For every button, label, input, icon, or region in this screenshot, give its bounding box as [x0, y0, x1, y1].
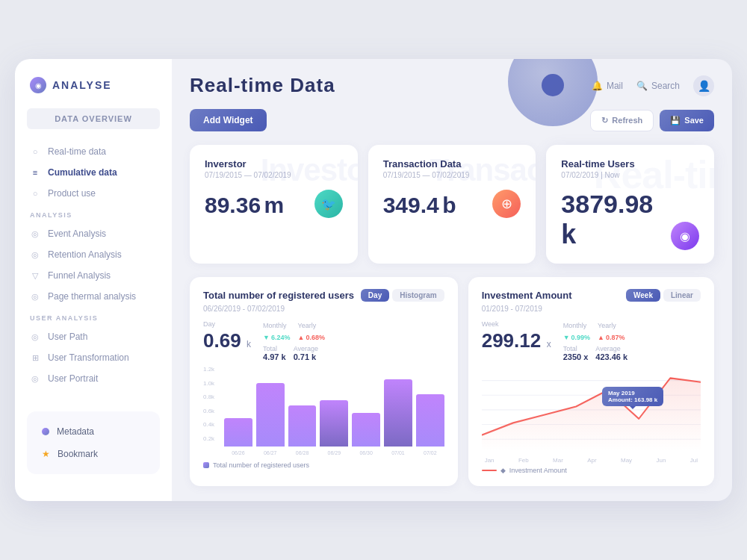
save-icon: 💾: [670, 116, 681, 125]
page-title: Real-time Data: [190, 74, 335, 97]
sidebar-item-realtime[interactable]: ○ Real-time data: [15, 141, 172, 162]
line-chart-svg: [482, 366, 701, 455]
chart-right-stat-yearly: Yearly ▲ 0.87%: [598, 322, 624, 343]
sidebar-item-label: Product use: [48, 188, 96, 199]
refresh-label: Refresh: [612, 116, 642, 125]
search-icon: 🔍: [636, 81, 648, 91]
chart-left-stat-avg: Average 0.71 k: [294, 345, 318, 361]
realtime-date: 07/02/2019 | Now: [561, 171, 699, 179]
metadata-dot: [42, 428, 49, 435]
bar-label: 07/01: [391, 450, 405, 455]
search-action[interactable]: 🔍 Search: [636, 81, 680, 91]
legend-label: Total number of registered users: [213, 461, 309, 469]
bookmark-item[interactable]: ★ Bookmark: [39, 443, 148, 465]
realtime-unit: k: [561, 219, 576, 249]
sidebar-item-funnel[interactable]: ▽ Funnel Analysis: [15, 265, 172, 286]
bar-rect: [352, 413, 380, 447]
sidebar-item-userportrait[interactable]: ◎ User Portrait: [15, 368, 172, 389]
chart-right-tab-week[interactable]: Week: [626, 289, 660, 302]
realtime-value-group: 3879.98 k: [561, 190, 671, 250]
mail-action[interactable]: 🔔 Mail: [592, 81, 623, 91]
sidebar-item-label: User Transformation: [48, 352, 129, 363]
investor-value-group: 89.36 m: [205, 193, 284, 218]
sidebar-item-label: Real-time data: [48, 146, 106, 157]
investor-title: Inverstor: [205, 158, 343, 169]
right-yearly-trend: ▲ 0.87%: [598, 334, 624, 341]
realtime-icon: ◉: [671, 222, 699, 250]
add-widget-button[interactable]: Add Widget: [190, 109, 267, 131]
save-label: Save: [684, 116, 704, 125]
sidebar-item-label: User Portrait: [48, 373, 98, 384]
sidebar-item-usertransform[interactable]: ⊞ User Transformation: [15, 347, 172, 368]
chart-left-tab-histogram[interactable]: Histogram: [392, 289, 444, 302]
investor-bottom: 89.36 m 🐦: [205, 190, 343, 218]
chart-right-stats: Monthly ▼ 0.99% Yearly ▲ 0.87% Total: [563, 320, 627, 361]
usertransform-icon: ⊞: [30, 353, 40, 363]
monthly-label: Monthly: [263, 322, 290, 329]
refresh-button[interactable]: ↻ Refresh: [590, 110, 654, 131]
yearly-trend: ▲ 0.68%: [298, 334, 325, 341]
sidebar-item-product[interactable]: ○ Product use: [15, 183, 172, 204]
sidebar-item-retention[interactable]: ◎ Retention Analysis: [15, 244, 172, 265]
sidebar-item-label: User Path: [48, 332, 87, 342]
sidebar-item-event[interactable]: ◎ Event Analysis: [15, 223, 172, 244]
mail-icon: 🔔: [592, 81, 603, 91]
main-content: Real-time Data 🔔 Mail 🔍 Search 👤 Add Wid…: [172, 59, 732, 501]
funnel-icon: ▽: [30, 271, 40, 281]
sidebar-item-label: Funnel Analysis: [48, 270, 111, 281]
legend-dot: [203, 462, 209, 468]
bar-label: 06/28: [296, 450, 309, 455]
sidebar-item-cumulative[interactable]: ≡ Cumulative data: [15, 162, 172, 183]
sidebar-item-label: Retention Analysis: [48, 249, 122, 260]
cumulative-icon: ≡: [30, 168, 40, 177]
right-monthly-trend: ▼ 0.99%: [563, 334, 590, 341]
realtime-icon: ○: [30, 147, 40, 156]
chart-right-big-unit: x: [547, 339, 551, 349]
transaction-icon: ⊕: [492, 190, 521, 218]
avg-value: 0.71 k: [294, 352, 318, 361]
bar-rect: [384, 379, 412, 447]
bar-group: 07/01: [384, 379, 412, 455]
sidebar-bottom: Metadata ★ Bookmark: [27, 411, 160, 474]
right-legend-label: Investment Amount: [509, 467, 567, 474]
sidebar-item-userpath[interactable]: ◎ User Path: [15, 326, 172, 347]
data-overview-button[interactable]: DATA OVERVIEW: [27, 108, 160, 129]
bar-label: 07/02: [424, 450, 437, 455]
cards-row: Investo Inverstor 07/19/2015 — 07/02/201…: [190, 145, 714, 264]
product-icon: ○: [30, 189, 40, 198]
chart-right-title: Investment Amount: [482, 290, 572, 301]
x-axis-labels: JanFebMarAprMayJunJul: [482, 457, 701, 464]
sidebar-item-thermal[interactable]: ◎ Page thermal analysis: [15, 286, 172, 307]
investor-date: 07/19/2015 — 07/02/2019: [205, 171, 343, 179]
transaction-bottom: 349.4 b ⊕: [383, 190, 521, 218]
bar-chart-area: 1.2k1.0k0.8k0.6k0.4k0.2k 06/2606/2706/28…: [203, 366, 444, 455]
transaction-value-group: 349.4 b: [383, 193, 456, 218]
transaction-value: 349.4: [383, 193, 439, 217]
save-button[interactable]: 💾 Save: [660, 110, 714, 131]
realtime-value: 3879.98: [561, 190, 653, 218]
charts-row: Total number of registered users Day His…: [190, 277, 714, 486]
chart-right-period-label: Week: [482, 320, 551, 328]
transaction-title: Transaction Data: [383, 158, 521, 169]
metadata-item[interactable]: Metadata: [39, 420, 148, 443]
toolbar: Add Widget ↻ Refresh 💾 Save: [190, 109, 714, 131]
bar-rect: [416, 394, 444, 447]
bar-label: 06/29: [328, 450, 341, 455]
chart-right-tab-linear[interactable]: Linear: [663, 289, 701, 302]
chart-right-stat-monthly: Monthly ▼ 0.99%: [563, 322, 590, 343]
investor-card: Investo Inverstor 07/19/2015 — 07/02/201…: [190, 145, 358, 264]
userportrait-icon: ◎: [30, 374, 40, 384]
bar-group: 06/29: [320, 400, 348, 455]
bar-rect: [256, 383, 285, 447]
toolbar-right: ↻ Refresh 💾 Save: [590, 110, 714, 131]
user-avatar[interactable]: 👤: [693, 75, 714, 96]
line-legend-dot: [482, 470, 497, 471]
chart-right-legend: ◆ Investment Amount: [482, 467, 701, 474]
mail-label: Mail: [607, 81, 623, 91]
line-chart-area: May 2019 Amount: 163.98 k: [482, 366, 701, 455]
thermal-icon: ◎: [30, 292, 40, 302]
sidebar-item-label: Cumulative data: [48, 167, 117, 178]
chart-left-tab-day[interactable]: Day: [361, 289, 389, 302]
user-analysis-section-label: USER ANALYSIS: [15, 307, 172, 326]
investor-unit: m: [264, 193, 285, 217]
